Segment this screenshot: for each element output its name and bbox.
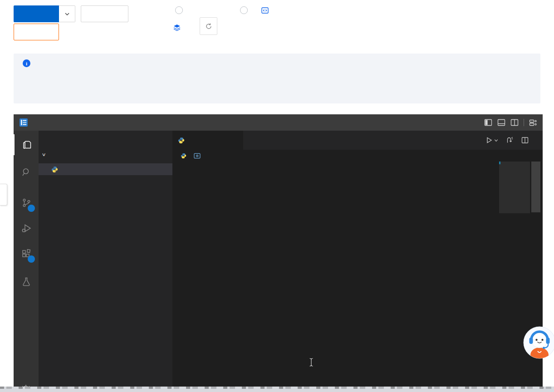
- expand-panel-button[interactable]: [0, 184, 7, 206]
- extensions-icon[interactable]: [14, 243, 39, 264]
- refresh-button[interactable]: [200, 17, 217, 35]
- deploy-code-button[interactable]: [14, 24, 59, 40]
- webide-window: ∨: [14, 114, 543, 392]
- edit-env-vars-link[interactable]: [261, 7, 271, 14]
- breadcrumb: [172, 150, 543, 162]
- python-file-icon: [51, 166, 58, 173]
- page: i: [0, 0, 554, 392]
- extensions-badge: [28, 255, 35, 263]
- public-url-item: [172, 6, 183, 14]
- edit-layer-link[interactable]: [173, 24, 184, 31]
- code-editor[interactable]: [172, 162, 543, 392]
- editor-group: [172, 131, 543, 392]
- editor-scrollbar[interactable]: [531, 162, 540, 212]
- customize-layout-icon[interactable]: [529, 118, 537, 127]
- explorer-sidebar: ∨: [39, 131, 172, 392]
- layers-icon: [173, 24, 181, 31]
- function-meta-row: [172, 6, 271, 14]
- testing-beaker-icon[interactable]: [14, 271, 39, 292]
- toggle-sidebar-icon[interactable]: [484, 118, 492, 127]
- chevron-down-icon: ∨: [42, 152, 46, 157]
- code-size-item: [237, 6, 248, 14]
- tree-item-index-py[interactable]: [39, 163, 172, 175]
- tree-section-code[interactable]: ∨: [39, 149, 172, 160]
- help-icon[interactable]: [240, 6, 248, 14]
- python-file-icon: [178, 137, 185, 144]
- run-debug-icon[interactable]: [14, 218, 39, 239]
- chevron-down-icon: [64, 11, 70, 17]
- refresh-icon: [205, 23, 212, 30]
- ide-titlebar: [14, 114, 543, 131]
- titlebar-separator: [524, 119, 524, 126]
- env-vars-icon: [261, 7, 269, 14]
- symbol-constant-icon: [194, 153, 201, 159]
- search-icon[interactable]: [14, 162, 39, 182]
- python-file-icon: [181, 153, 186, 159]
- minimap-slider[interactable]: [499, 162, 530, 213]
- toggle-panel-icon[interactable]: [497, 118, 505, 127]
- realtime-logs-button[interactable]: [81, 5, 128, 22]
- info-icon: i: [23, 59, 30, 67]
- source-control-icon[interactable]: [14, 192, 39, 213]
- run-python-file-button[interactable]: [485, 137, 498, 144]
- support-mascot-button[interactable]: [522, 325, 554, 360]
- source-control-badge: [28, 205, 35, 212]
- test-function-dropdown-button[interactable]: [59, 5, 75, 22]
- titlebar-actions: [477, 114, 537, 131]
- split-editor-icon[interactable]: [510, 118, 519, 127]
- vscode-logo-icon: [19, 118, 28, 127]
- activity-bar: [14, 131, 39, 392]
- minimap-modified-marker: [499, 162, 500, 164]
- webide-info-banner: i: [14, 54, 540, 103]
- help-icon[interactable]: [175, 6, 183, 14]
- editor-actions: [485, 131, 536, 150]
- test-function-button[interactable]: [14, 5, 59, 22]
- tab-bar: [172, 131, 543, 150]
- split-editor-icon[interactable]: [521, 137, 529, 144]
- clipped-bottom-strip: [0, 387, 554, 392]
- explorer-icon[interactable]: [14, 134, 39, 155]
- run-or-debug-icon[interactable]: [506, 137, 514, 144]
- tab-index-py[interactable]: [172, 131, 243, 150]
